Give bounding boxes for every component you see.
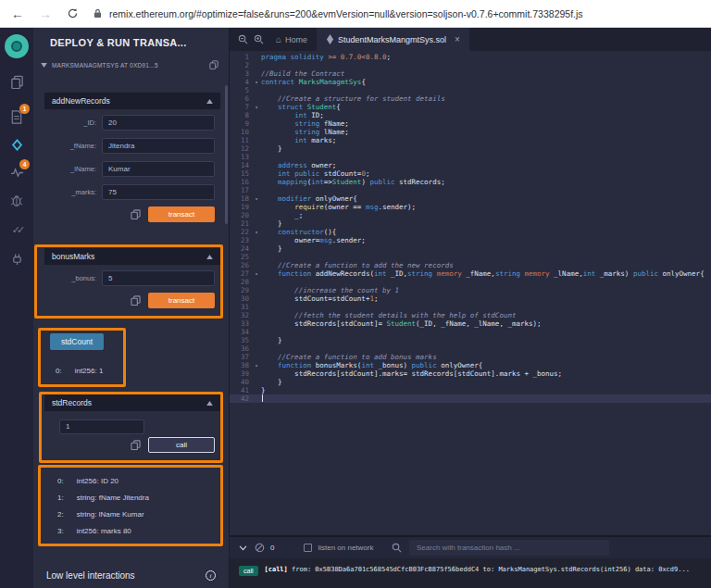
deployed-contract-row[interactable]: MARKSMANAGMTSYS AT 0XD91...5 <box>37 57 224 72</box>
call-button[interactable]: call <box>148 437 215 453</box>
code-line[interactable]: 12 } <box>230 144 711 153</box>
code-line[interactable]: 26 //Create a function to add the new re… <box>230 261 711 269</box>
code-line[interactable]: 34 <box>230 328 711 336</box>
code-editor[interactable]: 1pragma solidity >= 0.7.0<0.8.0;23//Buil… <box>230 51 711 535</box>
code-line[interactable]: 2 <box>230 61 711 69</box>
code-line[interactable]: 20 _; <box>230 211 711 219</box>
stdrecords-input[interactable] <box>59 419 144 434</box>
tab-studentmarksmangmtsys[interactable]: StudentMarksMangmtSys.sol × <box>317 28 469 51</box>
transact-button[interactable]: transact <box>148 293 215 308</box>
fold-arrow-icon[interactable]: ▾ <box>252 78 261 86</box>
code-line[interactable]: 17 <box>230 186 711 194</box>
code-line[interactable]: 19 require(owner == msg.sender); <box>230 203 711 211</box>
code-line[interactable]: 23 owner=msg.sender; <box>230 236 711 244</box>
code-line[interactable]: 18▾ modifier onlyOwner{ <box>230 194 711 203</box>
code-line[interactable]: 16 mapping(int=>Student) public stdRecor… <box>230 178 711 186</box>
debugger-icon[interactable] <box>7 191 26 209</box>
chevron-up-icon[interactable] <box>206 255 213 259</box>
terminal-search-input[interactable] <box>409 540 609 556</box>
code-line[interactable]: 10 string lName; <box>230 128 711 136</box>
code-line[interactable]: 42 <box>230 394 711 403</box>
code-line[interactable]: 32 //fetch the student details with the … <box>230 311 711 319</box>
code-line[interactable]: 35 } <box>230 336 711 344</box>
param-input[interactable] <box>102 115 215 131</box>
line-number: 1 <box>230 53 252 61</box>
solidity-compiler-icon[interactable]: 1 <box>7 107 26 126</box>
close-tab-icon[interactable]: × <box>455 34 460 44</box>
chevron-down-icon[interactable] <box>41 63 47 68</box>
info-icon[interactable]: i <box>206 570 216 581</box>
code-line[interactable]: 29 //increase the count by 1 <box>230 286 711 294</box>
code-line[interactable]: 9 string fName; <box>230 119 711 128</box>
code-line[interactable]: 5 <box>230 86 711 94</box>
code-line[interactable]: 4▾contract MarksManagmtSys{ <box>230 78 711 86</box>
copy-address-icon[interactable] <box>209 60 218 69</box>
code-line[interactable]: 36 <box>230 344 711 353</box>
fold-arrow-icon[interactable]: ▾ <box>252 194 261 203</box>
browser-back-icon[interactable]: ← <box>11 6 24 21</box>
line-number: 34 <box>230 328 252 336</box>
code-line[interactable]: 24 } <box>230 244 711 253</box>
code-line[interactable]: 11 int marks; <box>230 136 711 144</box>
tab-home[interactable]: ⌂ Home <box>267 28 317 51</box>
code-line[interactable]: 39 stdRecords[stdCount].marks= stdRecord… <box>230 369 711 378</box>
code-line[interactable]: 30 stdCount=stdCount+1; <box>230 294 711 303</box>
param-input[interactable] <box>102 138 215 154</box>
fold-arrow-icon[interactable]: ▾ <box>252 361 261 369</box>
zoom-out-icon[interactable] <box>238 34 248 44</box>
fold-arrow-icon[interactable]: ▾ <box>252 103 261 111</box>
remix-logo[interactable] <box>5 34 29 58</box>
param-input[interactable] <box>102 184 215 200</box>
clear-console-icon[interactable] <box>255 543 265 553</box>
code-line[interactable]: 40 } <box>230 378 711 386</box>
transact-button[interactable]: transact <box>148 206 215 222</box>
code-line[interactable]: 25 <box>230 253 711 261</box>
code-line[interactable]: 41} <box>230 386 711 394</box>
code-line[interactable]: 1pragma solidity >= 0.7.0<0.8.0; <box>230 53 711 61</box>
code-line[interactable]: 7▾ struct Student{ <box>230 103 711 111</box>
terminal-expand-icon[interactable] <box>239 545 247 551</box>
copy-calldata-icon[interactable] <box>131 440 141 450</box>
code-line[interactable]: 38▾ function bonusMarks(int _bonus) publ… <box>230 361 711 369</box>
code-line[interactable]: 33 stdRecords[stdCount]= Student(_ID, _f… <box>230 319 711 328</box>
static-analysis-icon[interactable]: 4 <box>7 163 26 181</box>
code-line[interactable]: 31 <box>230 303 711 311</box>
code-line[interactable]: 3//Build the Contract <box>230 69 711 78</box>
code-line[interactable]: 14 address owner; <box>230 161 711 169</box>
copy-calldata-icon[interactable] <box>131 209 141 219</box>
chevron-up-icon[interactable] <box>206 99 213 104</box>
fold-arrow-icon[interactable]: ▾ <box>252 228 261 236</box>
chevron-up-icon[interactable] <box>206 401 213 406</box>
code-line[interactable]: 6 //Create a structure for student detai… <box>230 94 711 103</box>
param-label: _ID: <box>44 119 96 127</box>
code-line[interactable]: 13 <box>230 153 711 161</box>
fold-gutter <box>252 244 261 253</box>
code-line[interactable]: 28 <box>230 278 711 286</box>
log-entry[interactable]: [call] from: 0x5B38Da6a701c568545dCfcB03… <box>265 566 690 573</box>
code-line[interactable]: 15 int public stdCount=0; <box>230 169 711 178</box>
file-explorer-icon[interactable] <box>7 72 26 91</box>
panel-scrollbar[interactable] <box>225 85 228 224</box>
code-line[interactable]: 27▾ function addNewRecords(int _ID,strin… <box>230 269 711 278</box>
deploy-run-icon[interactable] <box>7 135 26 154</box>
fold-arrow-icon[interactable]: ▾ <box>252 269 261 278</box>
copy-calldata-icon[interactable] <box>131 295 141 306</box>
code-line[interactable]: 22▾ constructor(){ <box>230 228 711 236</box>
url-bar[interactable]: remix.ethereum.org/#optimize=false&runs=… <box>109 8 583 19</box>
unit-testing-icon[interactable]: ✓✓ <box>7 220 26 239</box>
bonusmarks-header[interactable]: bonusMarks <box>44 248 220 265</box>
addnewrecords-header[interactable]: addNewRecords <box>44 93 220 109</box>
code-line[interactable]: 37 //Create a function to add bonus mark… <box>230 353 711 361</box>
stdcount-button[interactable]: stdCount <box>50 333 104 350</box>
browser-refresh-icon[interactable] <box>67 7 79 19</box>
listen-network-checkbox[interactable] <box>304 544 312 552</box>
code-text: mapping(int=>Student) public stdRecords; <box>261 178 445 186</box>
browser-forward-icon[interactable]: → <box>39 6 52 21</box>
param-input[interactable] <box>102 270 215 286</box>
plugin-manager-icon[interactable] <box>7 250 26 269</box>
stdrecords-header[interactable]: stdRecords <box>44 394 220 411</box>
code-line[interactable]: 21 } <box>230 219 711 228</box>
param-input[interactable] <box>102 161 215 177</box>
zoom-in-icon[interactable] <box>254 34 264 44</box>
code-line[interactable]: 8 int ID; <box>230 111 711 119</box>
